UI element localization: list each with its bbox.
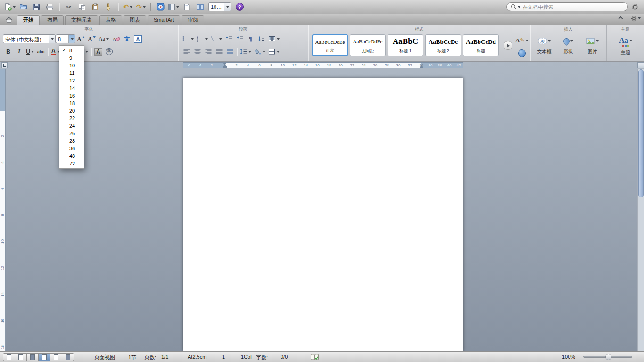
- copy-button[interactable]: [76, 1, 88, 13]
- line-spacing-button[interactable]: [239, 47, 252, 57]
- font-size-option-48[interactable]: 48: [59, 152, 84, 160]
- font-size-option-36[interactable]: 36: [59, 145, 84, 152]
- increase-indent-button[interactable]: [235, 34, 245, 44]
- side-by-side-button[interactable]: [194, 1, 206, 13]
- change-case-button[interactable]: Aa: [98, 34, 110, 44]
- character-border-button[interactable]: A: [133, 34, 143, 44]
- chevron-down-icon[interactable]: [68, 35, 75, 43]
- font-size-option-14[interactable]: 14: [59, 84, 84, 92]
- scrollbar-thumb[interactable]: [638, 69, 644, 197]
- toolbar-settings-button[interactable]: [629, 1, 640, 13]
- styles-pane-button[interactable]: [517, 48, 527, 58]
- zoom-slider-thumb[interactable]: [605, 354, 611, 360]
- undo-button[interactable]: ↶: [122, 1, 133, 13]
- tab-布局[interactable]: 布局: [41, 15, 64, 25]
- paragraph-marks-button[interactable]: ¶: [246, 34, 256, 44]
- redo-button[interactable]: ↷: [135, 1, 147, 13]
- align-right-button[interactable]: [203, 47, 213, 57]
- right-indent-marker[interactable]: [420, 64, 423, 68]
- ruler-toggle-button[interactable]: [637, 62, 644, 68]
- vertical-scrollbar[interactable]: [637, 69, 644, 351]
- borders-button[interactable]: [267, 47, 281, 57]
- enclose-characters-button[interactable]: 字: [104, 47, 114, 57]
- cursor-position-indicator[interactable]: At2.5cm: [188, 354, 206, 360]
- font-size-combo[interactable]: 8: [56, 34, 75, 43]
- font-size-option-20[interactable]: 20: [59, 107, 84, 115]
- multilevel-list-button[interactable]: [210, 34, 223, 44]
- tab-表格[interactable]: 表格: [99, 15, 122, 25]
- word-count-value[interactable]: 0/0: [281, 354, 288, 360]
- tab-stop-selector[interactable]: [1, 62, 8, 68]
- decrease-indent-button[interactable]: [224, 34, 234, 44]
- view-print-layout-button[interactable]: [38, 353, 50, 361]
- shading-button[interactable]: [253, 47, 266, 57]
- spelling-status-icon[interactable]: [310, 354, 319, 362]
- font-size-option-10[interactable]: 10: [59, 62, 84, 69]
- toolbox-button[interactable]: [168, 1, 179, 13]
- paste-button[interactable]: [90, 1, 101, 13]
- cut-button[interactable]: ✂: [63, 1, 74, 13]
- bold-button[interactable]: B: [3, 47, 13, 57]
- horizontal-ruler[interactable]: 6422468101214161820222426283032343638404…: [183, 62, 463, 68]
- zoom-slider[interactable]: [583, 356, 632, 358]
- style-card-正常[interactable]: AaBbCcDdEe正常: [312, 34, 348, 56]
- font-size-option-72[interactable]: 72: [59, 160, 84, 167]
- tab-审阅[interactable]: 审阅: [182, 15, 204, 25]
- view-fullscreen-button[interactable]: [62, 353, 74, 361]
- style-card-无间距[interactable]: AaBbCcDdEe无间距: [350, 34, 386, 56]
- tab-文档元素[interactable]: 文档元素: [65, 15, 98, 25]
- italic-button[interactable]: I: [14, 47, 24, 57]
- font-size-option-8[interactable]: ✓8: [59, 47, 84, 54]
- font-size-option-24[interactable]: 24: [59, 122, 84, 130]
- tab-图表[interactable]: 图表: [124, 15, 146, 25]
- font-size-option-26[interactable]: 26: [59, 130, 84, 137]
- pages-value[interactable]: 1/1: [161, 354, 168, 360]
- justify-button[interactable]: [214, 47, 224, 57]
- style-card-标题[interactable]: AaBbCcDd标题: [463, 34, 499, 56]
- left-indent-marker[interactable]: [223, 66, 227, 68]
- home-tab[interactable]: [2, 15, 16, 25]
- view-publishing-layout-button[interactable]: [26, 353, 39, 361]
- open-button[interactable]: [17, 1, 29, 13]
- view-draft-button[interactable]: [3, 353, 15, 361]
- search-input[interactable]: [522, 4, 624, 10]
- section-indicator[interactable]: 1节: [128, 354, 136, 361]
- font-name-combo[interactable]: 宋体 (中文标题): [3, 34, 56, 43]
- style-card-标题 2[interactable]: AaBbCcDc标题 2: [425, 34, 461, 56]
- font-size-option-28[interactable]: 28: [59, 137, 84, 145]
- distribute-text-button[interactable]: [225, 47, 235, 57]
- search-box[interactable]: [506, 2, 628, 11]
- manage-styles-button[interactable]: A✎: [514, 35, 529, 45]
- columns-button[interactable]: [267, 34, 281, 44]
- font-size-option-16[interactable]: 16: [59, 92, 84, 99]
- numbering-button[interactable]: 123: [196, 34, 209, 44]
- font-size-option-11[interactable]: 11: [59, 69, 84, 77]
- chevron-down-icon[interactable]: [224, 3, 231, 11]
- insert-textbox-button[interactable]: A 文本框: [532, 34, 556, 55]
- underline-button[interactable]: U: [25, 47, 35, 57]
- themes-button[interactable]: Aa 主题: [612, 34, 639, 56]
- show-formatting-button[interactable]: [181, 1, 192, 13]
- font-size-option-22[interactable]: 22: [59, 115, 84, 122]
- zoom-combo[interactable]: 10…: [208, 2, 231, 11]
- font-size-option-12[interactable]: 12: [59, 77, 84, 84]
- character-shading-button[interactable]: A: [93, 47, 103, 57]
- style-card-标题 1[interactable]: AaBbC标题 1: [388, 34, 423, 56]
- sort-button[interactable]: [256, 34, 266, 44]
- vertical-ruler[interactable]: 2468101214161820: [0, 69, 6, 351]
- zoom-percent[interactable]: 100%: [562, 354, 575, 360]
- shrink-font-button[interactable]: A: [87, 34, 97, 44]
- new-document-button[interactable]: [4, 1, 16, 13]
- align-center-button[interactable]: [192, 47, 202, 57]
- view-notebook-button[interactable]: [50, 353, 62, 361]
- phonetic-guide-button[interactable]: 文: [122, 34, 132, 44]
- save-button[interactable]: [31, 1, 42, 13]
- grow-font-button[interactable]: A: [76, 34, 86, 44]
- ribbon-settings-button[interactable]: [630, 14, 641, 23]
- print-button[interactable]: [44, 1, 55, 13]
- view-outline-button[interactable]: [15, 353, 27, 361]
- collapse-ribbon-button[interactable]: [619, 17, 622, 20]
- format-painter-button[interactable]: [103, 1, 114, 13]
- tab-SmartArt[interactable]: SmartArt: [148, 15, 180, 25]
- align-left-button[interactable]: [182, 47, 191, 57]
